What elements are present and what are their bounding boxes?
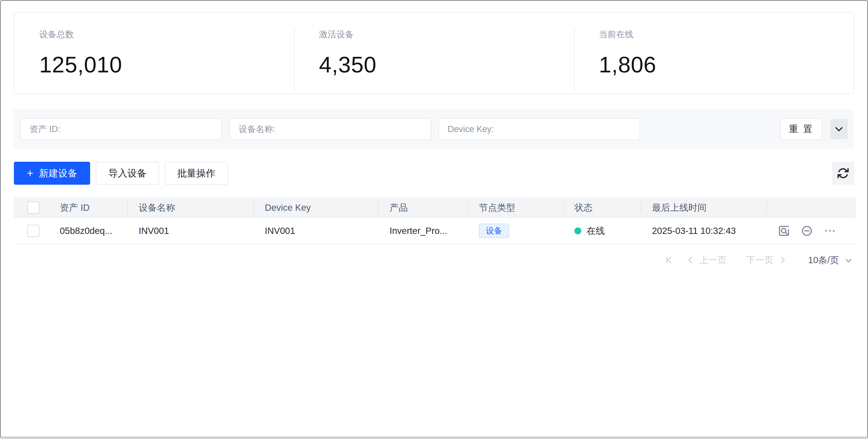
table-row: 05b8z0deq... INV001 INV001 Inverter_Pro.… — [14, 218, 856, 244]
filter-expand-button[interactable] — [830, 119, 848, 139]
chevron-down-icon — [834, 124, 844, 134]
refresh-button[interactable] — [832, 162, 854, 185]
pagination: 上一页 下一页 10条/页 — [14, 254, 854, 266]
import-device-button[interactable]: 导入设备 — [96, 162, 159, 185]
view-details-icon[interactable] — [778, 225, 790, 237]
column-header-last-online: 最后上线时间 — [641, 197, 766, 218]
stat-activated-devices: 激活设备 4,350 — [294, 12, 574, 94]
page-size-select[interactable]: 10条/页 — [808, 254, 853, 266]
next-page-button[interactable]: 下一页 — [746, 254, 787, 266]
cell-asset-id: 05b8z0deq... — [49, 218, 127, 244]
row-checkbox[interactable] — [27, 225, 39, 237]
column-header-node-type: 节点类型 — [468, 197, 563, 218]
column-header-asset-id: 资产 ID — [49, 197, 127, 218]
table-header-row: 资产 ID 设备名称 Device Key 产品 节点类型 状态 最后上线时间 — [14, 197, 856, 218]
column-header-device-name: 设备名称 — [127, 197, 253, 218]
create-device-label: 新建设备 — [39, 167, 77, 180]
cell-device-name: INV001 — [127, 218, 253, 244]
cell-status: 在线 — [563, 218, 641, 244]
create-device-button[interactable]: + 新建设备 — [14, 162, 90, 185]
batch-actions-button[interactable]: 批量操作 — [165, 162, 228, 185]
header-select-all — [14, 197, 49, 218]
column-header-actions — [766, 197, 856, 218]
status-text: 在线 — [587, 225, 605, 237]
stat-value: 4,350 — [319, 53, 574, 76]
prev-page-label: 上一页 — [700, 254, 727, 266]
reset-button[interactable]: 重 置 — [780, 118, 822, 140]
stat-label: 当前在线 — [599, 30, 854, 38]
device-table: 资产 ID 设备名称 Device Key 产品 节点类型 状态 最后上线时间 … — [14, 197, 856, 244]
stat-current-online: 当前在线 1,806 — [574, 12, 854, 94]
column-header-product: 产品 — [378, 197, 468, 218]
more-icon[interactable] — [824, 225, 836, 237]
cell-product: Inverter_Pro... — [378, 218, 468, 244]
plus-icon: + — [27, 168, 33, 179]
node-type-badge: 设备 — [479, 224, 509, 238]
device-key-input[interactable] — [439, 118, 640, 140]
cell-node-type: 设备 — [468, 218, 563, 244]
filter-panel: 重 置 — [14, 109, 854, 149]
stat-value: 1,806 — [599, 53, 854, 76]
column-header-status: 状态 — [563, 197, 641, 218]
row-select-cell — [14, 218, 49, 244]
disable-icon[interactable] — [801, 225, 813, 237]
cell-device-key: INV001 — [253, 218, 378, 244]
cell-last-online: 2025-03-11 10:32:43 — [641, 218, 766, 244]
stat-label: 设备总数 — [39, 30, 294, 38]
refresh-icon — [837, 167, 849, 179]
asset-id-input[interactable] — [20, 118, 222, 140]
page-size-value: 10条/页 — [808, 254, 839, 266]
prev-page-button[interactable]: 上一页 — [686, 254, 727, 266]
stat-value: 125,010 — [39, 53, 294, 76]
device-name-input[interactable] — [229, 118, 431, 140]
chevron-right-icon — [778, 255, 787, 265]
cell-actions — [766, 218, 856, 244]
chevron-down-icon — [844, 255, 853, 265]
select-all-checkbox[interactable] — [27, 202, 39, 214]
column-header-device-key: Device Key — [253, 197, 378, 218]
online-status-dot — [575, 227, 581, 234]
first-page-button[interactable] — [664, 255, 674, 265]
page-content: 设备总数 125,010 激活设备 4,350 当前在线 1,806 重 置 — [1, 1, 867, 266]
toolbar: + 新建设备 导入设备 批量操作 — [14, 162, 854, 185]
stat-label: 激活设备 — [319, 30, 574, 38]
first-page-icon — [664, 255, 674, 265]
app-window: 设备总数 125,010 激活设备 4,350 当前在线 1,806 重 置 — [0, 0, 868, 439]
stats-card: 设备总数 125,010 激活设备 4,350 当前在线 1,806 — [14, 12, 854, 94]
stat-total-devices: 设备总数 125,010 — [14, 12, 294, 94]
next-page-label: 下一页 — [746, 254, 774, 266]
chevron-left-icon — [686, 255, 695, 265]
